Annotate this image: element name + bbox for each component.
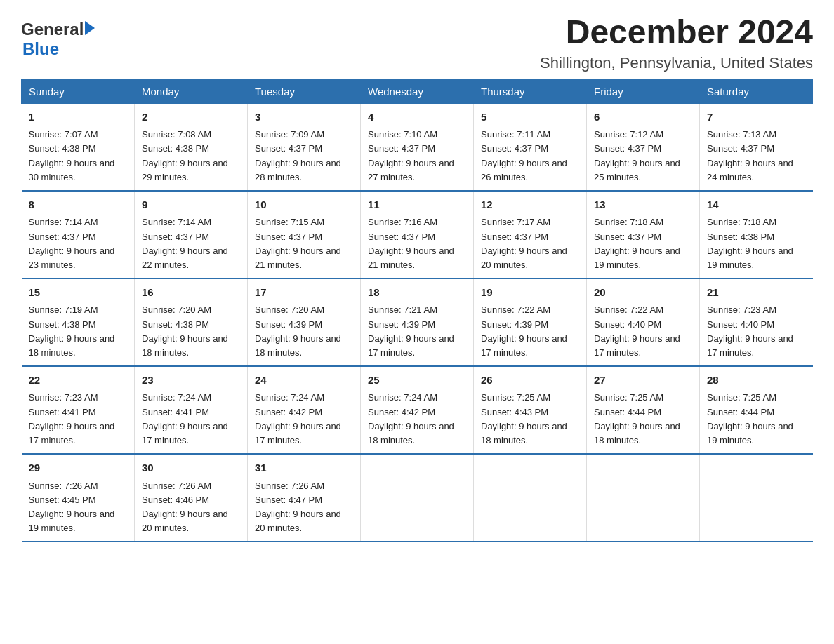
day-info: Sunrise: 7:14 AMSunset: 4:37 PMDaylight:… <box>142 217 228 269</box>
day-info: Sunrise: 7:23 AMSunset: 4:41 PMDaylight:… <box>29 392 115 445</box>
table-row: 24 Sunrise: 7:24 AMSunset: 4:42 PMDaylig… <box>248 366 361 454</box>
calendar-table: Sunday Monday Tuesday Wednesday Thursday… <box>21 79 813 542</box>
table-row <box>474 454 587 542</box>
table-row: 19 Sunrise: 7:22 AMSunset: 4:39 PMDaylig… <box>474 279 587 366</box>
day-number: 21 <box>707 285 806 301</box>
day-info: Sunrise: 7:25 AMSunset: 4:43 PMDaylight:… <box>481 392 567 445</box>
day-number: 19 <box>481 285 579 301</box>
table-row: 5 Sunrise: 7:11 AMSunset: 4:37 PMDayligh… <box>474 103 587 191</box>
day-number: 24 <box>255 373 353 389</box>
day-number: 10 <box>255 197 353 213</box>
day-info: Sunrise: 7:15 AMSunset: 4:37 PMDaylight:… <box>255 217 341 269</box>
day-info: Sunrise: 7:07 AMSunset: 4:38 PMDaylight:… <box>29 129 115 182</box>
day-info: Sunrise: 7:19 AMSunset: 4:38 PMDaylight:… <box>29 304 115 357</box>
day-info: Sunrise: 7:08 AMSunset: 4:38 PMDaylight:… <box>142 129 228 182</box>
day-info: Sunrise: 7:22 AMSunset: 4:40 PMDaylight:… <box>594 304 680 357</box>
day-info: Sunrise: 7:18 AMSunset: 4:37 PMDaylight:… <box>594 217 680 269</box>
day-number: 25 <box>368 373 466 389</box>
table-row: 23 Sunrise: 7:24 AMSunset: 4:41 PMDaylig… <box>135 366 248 454</box>
day-number: 7 <box>707 109 806 126</box>
day-number: 5 <box>481 109 579 126</box>
day-number: 4 <box>368 109 466 126</box>
day-info: Sunrise: 7:14 AMSunset: 4:37 PMDaylight:… <box>29 217 115 269</box>
day-number: 30 <box>142 460 240 476</box>
day-number: 6 <box>594 109 692 126</box>
logo-blue: Blue <box>22 39 59 59</box>
day-info: Sunrise: 7:26 AMSunset: 4:45 PMDaylight:… <box>29 481 115 533</box>
day-info: Sunrise: 7:20 AMSunset: 4:38 PMDaylight:… <box>142 304 228 357</box>
day-info: Sunrise: 7:24 AMSunset: 4:42 PMDaylight:… <box>368 392 454 445</box>
col-tuesday: Tuesday <box>248 79 361 103</box>
day-info: Sunrise: 7:25 AMSunset: 4:44 PMDaylight:… <box>707 392 793 445</box>
table-row: 20 Sunrise: 7:22 AMSunset: 4:40 PMDaylig… <box>587 279 700 366</box>
day-number: 11 <box>368 197 466 213</box>
day-number: 20 <box>594 285 692 301</box>
col-sunday: Sunday <box>22 79 135 103</box>
day-number: 3 <box>255 109 353 126</box>
table-row <box>361 454 474 542</box>
day-info: Sunrise: 7:12 AMSunset: 4:37 PMDaylight:… <box>594 129 680 182</box>
table-row: 11 Sunrise: 7:16 AMSunset: 4:37 PMDaylig… <box>361 191 474 279</box>
table-row: 6 Sunrise: 7:12 AMSunset: 4:37 PMDayligh… <box>587 103 700 191</box>
table-row: 31 Sunrise: 7:26 AMSunset: 4:47 PMDaylig… <box>248 454 361 542</box>
table-row: 17 Sunrise: 7:20 AMSunset: 4:39 PMDaylig… <box>248 279 361 366</box>
table-row: 28 Sunrise: 7:25 AMSunset: 4:44 PMDaylig… <box>700 366 813 454</box>
calendar-week-row: 22 Sunrise: 7:23 AMSunset: 4:41 PMDaylig… <box>22 366 813 454</box>
day-number: 8 <box>29 197 128 213</box>
col-thursday: Thursday <box>474 79 587 103</box>
page-header: General Blue December 2024 Shillington, … <box>21 14 813 72</box>
day-number: 29 <box>29 460 128 476</box>
table-row: 9 Sunrise: 7:14 AMSunset: 4:37 PMDayligh… <box>135 191 248 279</box>
calendar-header-row: Sunday Monday Tuesday Wednesday Thursday… <box>22 79 813 103</box>
day-info: Sunrise: 7:21 AMSunset: 4:39 PMDaylight:… <box>368 304 454 357</box>
table-row: 22 Sunrise: 7:23 AMSunset: 4:41 PMDaylig… <box>22 366 135 454</box>
logo: General Blue <box>21 20 95 59</box>
day-number: 1 <box>29 109 128 126</box>
table-row: 21 Sunrise: 7:23 AMSunset: 4:40 PMDaylig… <box>700 279 813 366</box>
table-row: 15 Sunrise: 7:19 AMSunset: 4:38 PMDaylig… <box>22 279 135 366</box>
page-title: December 2024 <box>540 14 813 51</box>
day-info: Sunrise: 7:22 AMSunset: 4:39 PMDaylight:… <box>481 304 567 357</box>
day-info: Sunrise: 7:20 AMSunset: 4:39 PMDaylight:… <box>255 304 341 357</box>
day-number: 9 <box>142 197 240 213</box>
logo-general: General <box>21 20 84 39</box>
calendar-week-row: 8 Sunrise: 7:14 AMSunset: 4:37 PMDayligh… <box>22 191 813 279</box>
day-number: 28 <box>707 373 806 389</box>
col-monday: Monday <box>135 79 248 103</box>
table-row: 10 Sunrise: 7:15 AMSunset: 4:37 PMDaylig… <box>248 191 361 279</box>
table-row: 1 Sunrise: 7:07 AMSunset: 4:38 PMDayligh… <box>22 103 135 191</box>
calendar-week-row: 15 Sunrise: 7:19 AMSunset: 4:38 PMDaylig… <box>22 279 813 366</box>
table-row: 13 Sunrise: 7:18 AMSunset: 4:37 PMDaylig… <box>587 191 700 279</box>
day-info: Sunrise: 7:11 AMSunset: 4:37 PMDaylight:… <box>481 129 567 182</box>
table-row: 3 Sunrise: 7:09 AMSunset: 4:37 PMDayligh… <box>248 103 361 191</box>
day-info: Sunrise: 7:23 AMSunset: 4:40 PMDaylight:… <box>707 304 793 357</box>
day-number: 31 <box>255 460 353 476</box>
table-row: 30 Sunrise: 7:26 AMSunset: 4:46 PMDaylig… <box>135 454 248 542</box>
table-row <box>587 454 700 542</box>
table-row: 29 Sunrise: 7:26 AMSunset: 4:45 PMDaylig… <box>22 454 135 542</box>
table-row: 2 Sunrise: 7:08 AMSunset: 4:38 PMDayligh… <box>135 103 248 191</box>
day-number: 18 <box>368 285 466 301</box>
day-number: 16 <box>142 285 240 301</box>
page-subtitle: Shillington, Pennsylvania, United States <box>540 54 813 72</box>
table-row: 8 Sunrise: 7:14 AMSunset: 4:37 PMDayligh… <box>22 191 135 279</box>
table-row: 26 Sunrise: 7:25 AMSunset: 4:43 PMDaylig… <box>474 366 587 454</box>
day-number: 2 <box>142 109 240 126</box>
day-info: Sunrise: 7:16 AMSunset: 4:37 PMDaylight:… <box>368 217 454 269</box>
day-number: 12 <box>481 197 579 213</box>
day-number: 23 <box>142 373 240 389</box>
day-info: Sunrise: 7:26 AMSunset: 4:46 PMDaylight:… <box>142 481 228 533</box>
day-number: 14 <box>707 197 806 213</box>
day-info: Sunrise: 7:26 AMSunset: 4:47 PMDaylight:… <box>255 481 341 533</box>
title-block: December 2024 Shillington, Pennsylvania,… <box>540 14 813 72</box>
day-number: 26 <box>481 373 579 389</box>
day-number: 27 <box>594 373 692 389</box>
day-info: Sunrise: 7:17 AMSunset: 4:37 PMDaylight:… <box>481 217 567 269</box>
day-number: 22 <box>29 373 128 389</box>
table-row: 4 Sunrise: 7:10 AMSunset: 4:37 PMDayligh… <box>361 103 474 191</box>
table-row: 12 Sunrise: 7:17 AMSunset: 4:37 PMDaylig… <box>474 191 587 279</box>
logo-arrow-icon <box>85 21 95 35</box>
table-row <box>700 454 813 542</box>
col-friday: Friday <box>587 79 700 103</box>
day-info: Sunrise: 7:25 AMSunset: 4:44 PMDaylight:… <box>594 392 680 445</box>
